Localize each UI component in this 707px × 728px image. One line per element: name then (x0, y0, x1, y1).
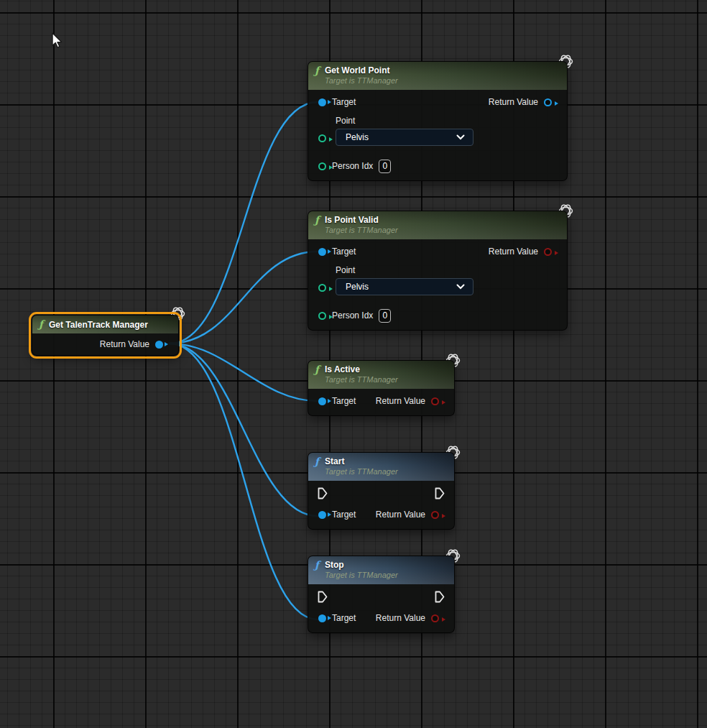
pin-label: Target (332, 396, 356, 406)
target-input-pin[interactable] (318, 397, 326, 405)
exec-output-pin[interactable] (435, 487, 445, 499)
pin-label: Target (332, 613, 356, 623)
node-header[interactable]: ƒ Is Point Valid Target is TTManager (308, 211, 567, 239)
node-header[interactable]: ƒ Get World Point Target is TTManager (308, 62, 567, 90)
person-idx-value-field[interactable]: 0 (379, 160, 391, 173)
return-value-output-pin[interactable] (431, 511, 439, 519)
exec-output-pin[interactable] (435, 591, 445, 603)
pin-label: Return Value (376, 613, 425, 623)
blueprint-graph-canvas[interactable]: ƒ Get World Point Target is TTManager Ta… (0, 0, 707, 728)
pin-label: Return Value (489, 246, 538, 257)
wire-manager-to-get-world-point[interactable] (170, 102, 318, 344)
return-value-output-pin[interactable] (431, 397, 439, 405)
node-title: Start (325, 456, 398, 466)
dropdown-selected-value: Pelvis (346, 132, 369, 142)
mouse-cursor-icon (47, 31, 63, 50)
node-title: Stop (325, 560, 398, 570)
node-get-world-point[interactable]: ƒ Get World Point Target is TTManager Ta… (308, 61, 568, 181)
node-title: Is Active (325, 364, 398, 374)
exec-input-pin[interactable] (318, 591, 328, 603)
chevron-down-icon (456, 134, 465, 140)
node-title: Get World Point (325, 65, 398, 75)
return-value-output-pin[interactable] (544, 248, 552, 256)
pin-label: Return Value (376, 510, 425, 520)
target-input-pin[interactable] (318, 248, 326, 256)
person-idx-input-pin[interactable] (318, 162, 326, 170)
pin-label: Person Idx (332, 310, 373, 321)
pin-label: Return Value (376, 396, 425, 406)
node-subtitle: Target is TTManager (325, 571, 398, 580)
dropdown-selected-value: Pelvis (346, 282, 369, 292)
return-value-output-pin[interactable] (544, 98, 552, 106)
pin-label: Person Idx (332, 161, 373, 171)
point-input-pin[interactable] (318, 134, 326, 142)
function-icon: ƒ (315, 560, 319, 571)
function-icon: ƒ (315, 456, 319, 467)
pin-label: Return Value (100, 339, 149, 349)
node-start[interactable]: ƒ Start Target is TTManager Target Retur… (308, 452, 455, 530)
wire-manager-to-is-point-valid[interactable] (170, 252, 318, 344)
node-subtitle: Target is TTManager (325, 375, 398, 384)
function-icon: ƒ (315, 364, 319, 375)
point-input-pin[interactable] (318, 284, 326, 292)
wire-manager-to-is-active[interactable] (170, 344, 318, 401)
pin-label: Point (336, 266, 473, 275)
function-icon: ƒ (315, 215, 319, 226)
node-title: Get TalenTrack Manager (49, 320, 148, 330)
function-icon: ƒ (315, 65, 319, 76)
person-idx-value-field[interactable]: 0 (379, 309, 391, 323)
pin-label: Target (332, 97, 356, 107)
node-title: Is Point Valid (325, 215, 398, 225)
return-value-output-pin[interactable] (155, 341, 163, 349)
exec-input-pin[interactable] (318, 487, 328, 499)
node-header[interactable]: ƒ Start Target is TTManager (308, 453, 454, 481)
pin-label: Point (336, 116, 473, 126)
pin-label: Target (332, 246, 356, 257)
node-is-active[interactable]: ƒ Is Active Target is TTManager Target R… (308, 360, 455, 416)
node-subtitle: Target is TTManager (325, 467, 398, 476)
target-input-pin[interactable] (318, 98, 326, 106)
node-header[interactable]: ƒ Is Active Target is TTManager (308, 361, 454, 389)
chevron-down-icon (456, 284, 465, 290)
node-subtitle: Target is TTManager (325, 226, 398, 235)
point-enum-dropdown[interactable]: Pelvis (336, 278, 473, 295)
target-input-pin[interactable] (318, 614, 326, 622)
point-enum-dropdown[interactable]: Pelvis (336, 129, 473, 146)
node-header[interactable]: ƒ Get TalenTrack Manager (32, 315, 178, 333)
node-get-talentrack-manager[interactable]: ƒ Get TalenTrack Manager Return Value (32, 315, 179, 356)
target-input-pin[interactable] (318, 511, 326, 519)
wire-manager-to-stop[interactable] (170, 344, 318, 619)
function-icon: ƒ (39, 319, 43, 330)
return-value-output-pin[interactable] (431, 614, 439, 622)
node-stop[interactable]: ƒ Stop Target is TTManager Target Return… (308, 556, 455, 633)
pin-label: Target (332, 510, 356, 520)
node-is-point-valid[interactable]: ƒ Is Point Valid Target is TTManager Tar… (308, 211, 568, 331)
wire-manager-to-start[interactable] (170, 344, 318, 516)
person-idx-input-pin[interactable] (318, 312, 326, 320)
node-subtitle: Target is TTManager (325, 76, 398, 86)
pin-label: Return Value (489, 97, 538, 107)
node-header[interactable]: ƒ Stop Target is TTManager (308, 556, 454, 584)
